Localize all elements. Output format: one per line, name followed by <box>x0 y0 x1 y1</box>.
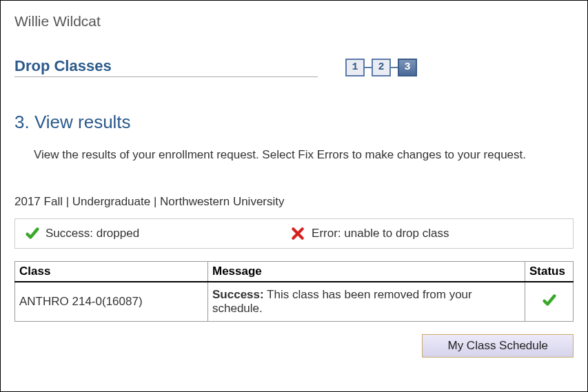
cell-status <box>525 282 574 322</box>
table-row: ANTHRO 214-0(16087) Success: This class … <box>15 282 574 322</box>
my-class-schedule-button[interactable]: My Class Schedule <box>422 334 574 358</box>
results-table: Class Message Status ANTHRO 214-0(16087)… <box>14 261 574 322</box>
legend-success: Success: dropped <box>25 226 139 241</box>
col-status: Status <box>525 262 574 282</box>
step-separator <box>391 67 398 68</box>
instructions-text: View the results of your enrollment requ… <box>34 148 574 162</box>
col-message: Message <box>208 262 525 282</box>
check-icon <box>25 226 40 241</box>
col-class: Class <box>15 262 208 282</box>
legend-error-label: Error: unable to drop class <box>312 227 449 240</box>
step-indicator: 1 2 3 <box>345 59 417 76</box>
section-heading: 3. View results <box>14 112 574 133</box>
legend-success-label: Success: dropped <box>45 227 139 240</box>
step-1: 1 <box>345 59 365 76</box>
title-row: Drop Classes 1 2 3 <box>14 57 574 77</box>
legend-error: Error: unable to drop class <box>291 227 449 240</box>
message-prefix: Success: <box>212 288 264 301</box>
term-line: 2017 Fall | Undergraduate | Northwestern… <box>14 195 574 209</box>
legend-box: Success: dropped Error: unable to drop c… <box>14 218 574 249</box>
x-icon <box>291 227 305 240</box>
cell-class: ANTHRO 214-0(16087) <box>15 282 208 322</box>
page-title: Drop Classes <box>14 57 318 77</box>
page-container: Willie Wildcat Drop Classes 1 2 3 3. Vie… <box>0 0 588 392</box>
check-icon <box>542 293 557 308</box>
button-row: My Class Schedule <box>14 334 574 358</box>
step-3: 3 <box>398 59 417 76</box>
step-2: 2 <box>372 59 391 76</box>
student-name: Willie Wildcat <box>14 13 574 30</box>
cell-message: Success: This class has been removed fro… <box>208 282 525 322</box>
table-header-row: Class Message Status <box>15 262 574 282</box>
step-separator <box>365 67 372 68</box>
